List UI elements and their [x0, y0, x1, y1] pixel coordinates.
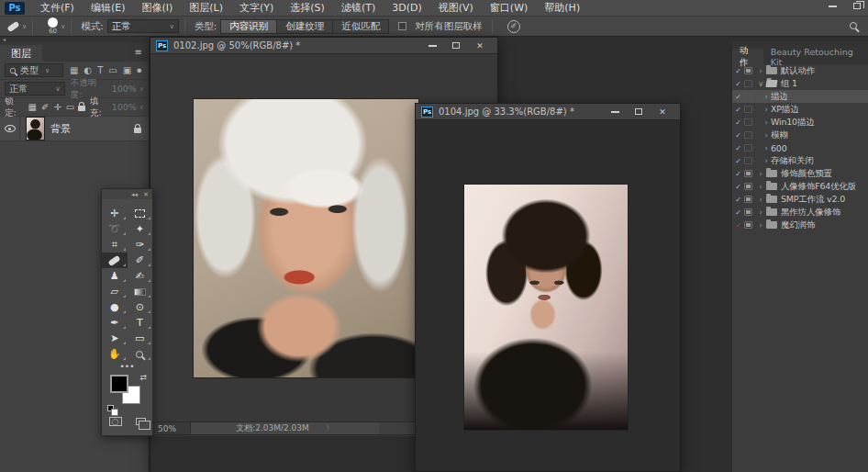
rectangular-marquee-tool[interactable]	[128, 206, 153, 221]
action-dialog-toggle[interactable]	[744, 208, 752, 216]
eyedropper-tool[interactable]: ✑	[128, 237, 153, 253]
type-button-0[interactable]: 内容识别	[220, 19, 276, 34]
layer-visibility-toggle[interactable]	[0, 117, 20, 141]
lock-transparent-pixels-icon[interactable]: ▦	[28, 102, 37, 112]
menu-item-8[interactable]: 视图(V)	[430, 2, 482, 14]
action-check-icon[interactable]: ✓	[732, 221, 744, 230]
expand-arrow-icon[interactable]: ›	[762, 106, 771, 114]
filter-type-layers-icon[interactable]: T	[97, 65, 103, 75]
quick-mask-button[interactable]	[109, 417, 122, 426]
type-button-2[interactable]: 近似匹配	[332, 19, 389, 34]
blur-tool[interactable]: ●	[102, 299, 128, 315]
menu-item-6[interactable]: 滤镜(T)	[333, 2, 384, 14]
action-row-11[interactable]: ✓›黑作坊人像修饰	[732, 206, 868, 219]
restore-icon[interactable]	[853, 3, 861, 9]
filter-pixel-layers-icon[interactable]: ▦	[70, 65, 78, 75]
action-dialog-toggle[interactable]	[744, 67, 752, 74]
action-dialog-toggle[interactable]	[744, 170, 752, 177]
doc2-titlebar[interactable]: Ps 0104.jpg @ 33.3%(RGB/8#) * ✕	[416, 104, 680, 120]
lock-position-icon[interactable]: ✛	[53, 102, 61, 112]
action-dialog-toggle[interactable]	[744, 106, 752, 113]
doc1-titlebar[interactable]: Ps 0102.jpg @ 50%(RGB/8#) * ✕	[150, 38, 497, 54]
action-check-icon[interactable]: ✓	[732, 93, 744, 101]
menu-item-7[interactable]: 3D(D)	[384, 2, 430, 14]
opacity-value[interactable]: 100%	[112, 84, 137, 94]
default-colors-icon[interactable]	[107, 405, 114, 411]
filter-adjustment-layers-icon[interactable]: ◐	[83, 65, 92, 75]
hand-tool[interactable]: ✋	[102, 346, 128, 362]
minimize-button[interactable]	[420, 39, 444, 53]
filter-toggle-icon[interactable]: ⏺	[137, 65, 141, 76]
action-check-icon[interactable]: ✓	[732, 170, 744, 178]
menu-item-3[interactable]: 图层(L)	[181, 2, 231, 14]
action-row-6[interactable]: ✓›600	[732, 141, 868, 154]
minimize-icon[interactable]	[829, 6, 837, 7]
expand-arrow-icon[interactable]: ›	[762, 93, 771, 101]
action-check-icon[interactable]: ✓	[732, 183, 744, 191]
expand-arrow-icon[interactable]: ›	[762, 131, 771, 140]
rectangle-tool[interactable]: ▭	[128, 331, 153, 346]
tab-actions[interactable]: 动作	[732, 49, 763, 64]
expand-arrow-icon[interactable]: ›	[762, 144, 771, 152]
action-check-icon[interactable]: ✓	[732, 208, 744, 217]
minimize-button[interactable]	[603, 105, 627, 119]
action-dialog-toggle[interactable]	[744, 93, 752, 100]
menu-item-0[interactable]: 文件(F)	[32, 2, 83, 14]
action-check-icon[interactable]: ✓	[732, 144, 744, 152]
drag-grip[interactable]: ····	[102, 199, 152, 206]
lock-image-pixels-icon[interactable]: ✐	[41, 102, 49, 112]
action-dialog-toggle[interactable]	[744, 183, 752, 190]
collapse-double-icon[interactable]: ◂◂	[131, 191, 138, 198]
dodge-tool[interactable]: ⊙	[128, 299, 153, 315]
lasso-tool[interactable]: ➰	[102, 221, 128, 237]
close-button[interactable]: ✕	[468, 39, 492, 53]
spot-healing-brush-tool[interactable]	[102, 253, 128, 268]
close-icon[interactable]: ✕	[143, 191, 149, 198]
foreground-color-swatch[interactable]	[110, 375, 128, 393]
path-selection-tool[interactable]: ➤	[102, 331, 128, 346]
action-row-7[interactable]: ✓›存储和关闭	[732, 154, 868, 167]
menu-item-10[interactable]: 帮助(H)	[536, 2, 588, 14]
tool-preset-picker[interactable]: ∨	[7, 23, 27, 30]
action-check-icon[interactable]: ✓	[732, 131, 744, 140]
action-row-9[interactable]: ✓›人像修饰F64优化版	[732, 180, 868, 193]
expand-arrow-icon[interactable]: ›	[756, 183, 765, 191]
menu-item-4[interactable]: 文字(Y)	[231, 2, 282, 14]
filter-smart-objects-icon[interactable]: ▣	[123, 65, 131, 75]
menu-item-9[interactable]: 窗口(W)	[482, 2, 536, 14]
layer-row-background[interactable]: 背景	[0, 117, 149, 141]
expand-arrow-icon[interactable]: ›	[756, 208, 765, 217]
fill-value[interactable]: 100%	[112, 102, 137, 112]
expand-arrow-icon[interactable]: ›	[762, 157, 771, 165]
action-row-4[interactable]: ✓›Win10描边	[732, 116, 868, 129]
pen-tool[interactable]: ✒	[102, 315, 128, 331]
canvas-image-0102[interactable]	[194, 99, 418, 377]
layer-thumbnail[interactable]	[27, 118, 44, 140]
action-dialog-toggle[interactable]	[744, 80, 752, 87]
action-check-icon[interactable]: ✓	[732, 118, 744, 127]
action-row-5[interactable]: ✓›模糊	[732, 129, 868, 141]
expand-arrow-icon[interactable]: ›	[756, 170, 765, 178]
mode-select[interactable]: 正常 ∨	[107, 19, 179, 33]
history-brush-tool[interactable]: ✍	[128, 268, 153, 284]
expand-arrow-icon[interactable]: ›	[756, 196, 765, 204]
brush-preset-picker[interactable]: 60	[48, 17, 58, 35]
zoom-tool[interactable]	[128, 346, 153, 362]
swap-colors-icon[interactable]: ⇄	[139, 373, 147, 382]
expand-arrow-icon[interactable]: ›	[762, 118, 771, 127]
close-button[interactable]: ✕	[651, 105, 674, 119]
action-row-10[interactable]: ✓›SMP工作流 v2.0	[732, 193, 868, 206]
tab-beauty-retouching-kit[interactable]: Beauty Retouching Kit	[763, 49, 868, 64]
action-check-icon[interactable]: ✓	[732, 80, 744, 88]
action-dialog-toggle[interactable]	[744, 118, 752, 126]
clone-stamp-tool[interactable]: ♟	[102, 268, 128, 284]
action-check-icon[interactable]: ✓	[732, 157, 744, 165]
action-row-3[interactable]: ✓›XP描边	[732, 103, 868, 116]
action-check-icon[interactable]: ✓	[732, 106, 744, 114]
action-dialog-toggle[interactable]	[744, 196, 752, 203]
action-check-icon[interactable]: ✓	[732, 67, 744, 75]
tablet-pressure-icon[interactable]: ✐	[507, 20, 520, 33]
lock-artboard-icon[interactable]: ▭	[66, 102, 74, 112]
gradient-tool[interactable]	[128, 284, 153, 299]
canvas-image-0104[interactable]	[464, 185, 628, 430]
